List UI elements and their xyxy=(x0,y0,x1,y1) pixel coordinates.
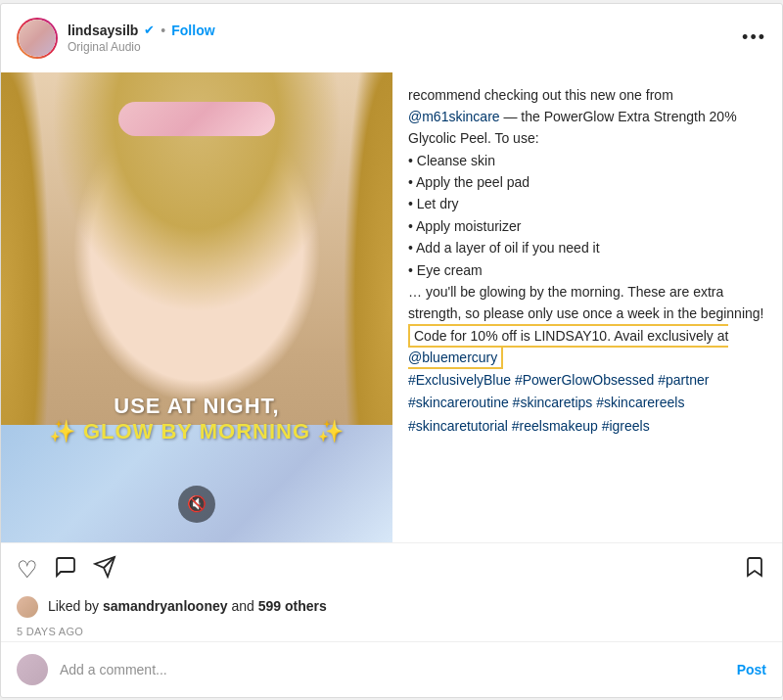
highlight-mention[interactable]: @bluemercury xyxy=(408,350,497,365)
caption-step4: • Apply moisturizer xyxy=(408,218,521,234)
liked-username[interactable]: samandryanlooney xyxy=(103,597,228,613)
dot-separator: • xyxy=(161,23,165,38)
caption-step1: • Cleanse skin xyxy=(408,153,495,168)
more-button[interactable]: ••• xyxy=(742,27,766,48)
avatar xyxy=(19,20,56,57)
post-actions: ♡ xyxy=(1,542,782,592)
like-button[interactable]: ♡ xyxy=(17,556,38,583)
caption-outro: … you'll be glowing by the morning. Thes… xyxy=(408,284,763,321)
follow-button[interactable]: Follow xyxy=(171,23,214,38)
username-row: lindsaysilb ✔ • Follow xyxy=(68,23,732,38)
bookmark-icon xyxy=(743,555,766,579)
caption-step2: • Apply the peel pad xyxy=(408,174,530,190)
post-header: lindsaysilb ✔ • Follow Original Audio ••… xyxy=(1,4,782,72)
commenter-avatar xyxy=(17,654,48,685)
caption-step6: • Eye cream xyxy=(408,262,483,278)
comment-button[interactable] xyxy=(54,555,77,584)
avatar-ring[interactable] xyxy=(17,18,58,59)
caption-step3: • Let dry xyxy=(408,196,459,211)
highlight-text: Code for 10% off is LINDSAY10. Avail exc… xyxy=(414,328,728,344)
liked-by: Liked by samandryanlooney and 599 others xyxy=(1,592,782,622)
username[interactable]: lindsaysilb xyxy=(68,23,138,38)
liked-avatar xyxy=(17,596,38,618)
overlay-text: USE AT NIGHT, ✨ GLOW BY MORNING ✨ xyxy=(21,394,373,444)
mute-icon: 🔇 xyxy=(187,494,207,513)
post-comment-button[interactable]: Post xyxy=(737,662,766,677)
post-container: lindsaysilb ✔ • Follow Original Audio ••… xyxy=(0,3,783,698)
share-icon xyxy=(93,555,116,579)
comment-row: Post xyxy=(1,641,782,697)
comment-input[interactable] xyxy=(60,662,725,677)
image-headband xyxy=(118,102,275,136)
post-image: USE AT NIGHT, ✨ GLOW BY MORNING ✨ 🔇 xyxy=(1,72,392,542)
post-right: recommend checking out this new one from… xyxy=(392,72,782,542)
caption: recommend checking out this new one from… xyxy=(408,72,766,450)
caption-intro: recommend checking out this new one from xyxy=(408,87,673,103)
original-audio: Original Audio xyxy=(68,40,732,54)
post-content: USE AT NIGHT, ✨ GLOW BY MORNING ✨ 🔇 reco… xyxy=(1,72,782,542)
liked-by-text: Liked by xyxy=(48,597,103,613)
overlay-line1: USE AT NIGHT, xyxy=(21,394,373,419)
bookmark-button[interactable] xyxy=(743,555,766,584)
verified-icon: ✔ xyxy=(144,23,155,37)
caption-mention1[interactable]: @m61skincare xyxy=(408,109,500,124)
mute-button[interactable]: 🔇 xyxy=(178,486,215,523)
and-text: and xyxy=(228,597,258,613)
overlay-line2: ✨ GLOW BY MORNING ✨ xyxy=(21,419,373,444)
hashtags[interactable]: #ExclusivelyBlue #PowerGlowObsessed #par… xyxy=(408,372,709,435)
header-info: lindsaysilb ✔ • Follow Original Audio xyxy=(68,23,732,54)
likes-count[interactable]: 599 others xyxy=(258,597,327,613)
timestamp: 5 DAYS AGO xyxy=(1,622,782,641)
comment-icon xyxy=(54,555,77,579)
share-button[interactable] xyxy=(93,555,116,584)
caption-step5: • Add a layer of oil if you need it xyxy=(408,240,600,256)
highlight-box: Code for 10% off is LINDSAY10. Avail exc… xyxy=(408,324,728,369)
